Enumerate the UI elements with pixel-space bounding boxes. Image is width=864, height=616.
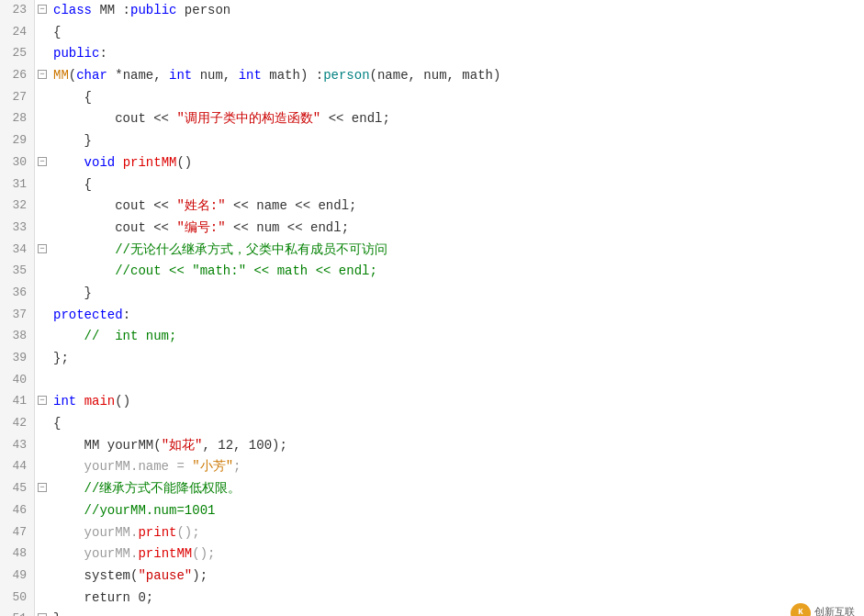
code-token: //yourMM.num=1001 bbox=[53, 503, 215, 518]
table-row: 29 } bbox=[0, 130, 864, 152]
code-line-content: } bbox=[50, 609, 864, 616]
code-token: "小芳" bbox=[192, 459, 233, 474]
line-number: 32 bbox=[0, 196, 35, 218]
code-token: MM : bbox=[92, 3, 130, 17]
watermark-text: 创新互联 bbox=[814, 605, 855, 616]
code-token: (name, num, math) bbox=[370, 68, 501, 83]
code-line-content bbox=[50, 370, 864, 392]
table-row: 27 { bbox=[0, 87, 864, 109]
fold-icon[interactable]: − bbox=[35, 0, 50, 22]
code-token: char bbox=[76, 68, 107, 83]
code-token: public bbox=[53, 46, 99, 61]
code-token: MM yourMM( bbox=[53, 438, 162, 453]
fold-icon[interactable]: − bbox=[35, 391, 50, 413]
fold-icon bbox=[35, 435, 50, 457]
code-token: "如花" bbox=[162, 438, 203, 453]
code-line-content: MM yourMM("如花", 12, 100); bbox=[50, 435, 864, 457]
line-number: 43 bbox=[0, 435, 35, 457]
code-line-content: yourMM.print(); bbox=[50, 522, 864, 544]
code-token: "调用子类中的构造函数" bbox=[176, 111, 320, 126]
code-token: << endl; bbox=[320, 111, 390, 126]
fold-icon bbox=[35, 543, 50, 566]
code-token: person bbox=[176, 3, 230, 17]
fold-icon[interactable]: − bbox=[35, 65, 50, 87]
fold-icon[interactable]: − bbox=[35, 152, 50, 174]
fold-icon bbox=[35, 348, 50, 370]
line-number: 48 bbox=[0, 543, 35, 566]
code-table: 23−class MM :public person24{25public:26… bbox=[0, 0, 864, 616]
code-line-content: int main() bbox=[50, 391, 864, 413]
code-token: class bbox=[53, 3, 92, 17]
table-row: 46 //yourMM.num=1001 bbox=[0, 500, 864, 522]
fold-icon bbox=[35, 196, 50, 218]
code-token: (); bbox=[192, 546, 215, 561]
code-token: public bbox=[130, 3, 176, 17]
fold-icon bbox=[35, 43, 50, 65]
code-token: } bbox=[53, 133, 92, 148]
code-line-content: { bbox=[50, 174, 864, 196]
code-token: (); bbox=[176, 525, 199, 540]
fold-icon[interactable]: − bbox=[35, 240, 50, 262]
code-token: yourMM. bbox=[53, 525, 138, 540]
code-token: printMM bbox=[123, 155, 177, 170]
line-number: 33 bbox=[0, 218, 35, 240]
line-number: 24 bbox=[0, 22, 35, 44]
code-token bbox=[76, 394, 84, 409]
table-row: 24{ bbox=[0, 22, 864, 44]
code-token: ( bbox=[69, 68, 76, 83]
code-token: person bbox=[323, 68, 369, 83]
line-number: 51 bbox=[0, 609, 35, 616]
code-token: "姓名:" bbox=[176, 198, 225, 213]
fold-icon bbox=[35, 174, 50, 196]
fold-icon[interactable]: − bbox=[35, 609, 50, 616]
code-token: void bbox=[84, 155, 116, 170]
code-token: //无论什么继承方式，父类中私有成员不可访问 bbox=[53, 242, 387, 257]
code-line-content: }; bbox=[50, 348, 864, 370]
code-line-content: void printMM() bbox=[50, 152, 864, 174]
code-token: main bbox=[84, 394, 116, 409]
line-number: 50 bbox=[0, 588, 35, 610]
code-token bbox=[53, 155, 84, 170]
code-line-content: } bbox=[50, 283, 864, 305]
code-line-content: yourMM.name = "小芳"; bbox=[50, 456, 864, 478]
code-container: 23−class MM :public person24{25public:26… bbox=[0, 0, 864, 616]
code-token: { bbox=[53, 90, 92, 105]
code-token: //继承方式不能降低权限。 bbox=[53, 481, 241, 496]
code-line-content: class MM :public person bbox=[50, 0, 864, 22]
code-line-content: //cout << "math:" << math << endl; bbox=[50, 261, 864, 283]
line-number: 29 bbox=[0, 130, 35, 152]
fold-icon[interactable]: − bbox=[35, 478, 50, 500]
table-row: 25public: bbox=[0, 43, 864, 65]
code-token: cout << bbox=[53, 198, 176, 213]
code-line-content: //yourMM.num=1001 bbox=[50, 500, 864, 522]
code-token: return 0; bbox=[53, 590, 153, 605]
table-row: 23−class MM :public person bbox=[0, 0, 864, 22]
code-token: ); bbox=[192, 568, 208, 583]
table-row: 28 cout << "调用子类中的构造函数" << endl; bbox=[0, 108, 864, 130]
line-number: 49 bbox=[0, 566, 35, 588]
table-row: 33 cout << "编号:" << num << endl; bbox=[0, 218, 864, 240]
code-line-content: cout << "调用子类中的构造函数" << endl; bbox=[50, 108, 864, 130]
table-row: 48 yourMM.printMM(); bbox=[0, 543, 864, 566]
table-row: 42{ bbox=[0, 413, 864, 435]
code-line-content: { bbox=[50, 413, 864, 435]
code-line-content: public: bbox=[50, 43, 864, 65]
line-number: 37 bbox=[0, 305, 35, 327]
code-line-content: protected: bbox=[50, 305, 864, 327]
line-number: 41 bbox=[0, 391, 35, 413]
watermark-logo: K bbox=[791, 603, 811, 616]
code-token: MM bbox=[53, 68, 69, 83]
code-token: << name << endl; bbox=[226, 198, 357, 213]
line-number: 31 bbox=[0, 174, 35, 196]
code-line-content: system("pause"); bbox=[50, 566, 864, 588]
code-token: () bbox=[176, 155, 192, 170]
code-line-content: { bbox=[50, 87, 864, 109]
code-token: "编号:" bbox=[176, 220, 225, 235]
code-token: //cout << "math:" << math << endl; bbox=[53, 263, 377, 278]
line-number: 36 bbox=[0, 283, 35, 305]
line-number: 25 bbox=[0, 43, 35, 65]
code-token: } bbox=[53, 286, 92, 300]
line-number: 40 bbox=[0, 370, 35, 392]
table-row: 44 yourMM.name = "小芳"; bbox=[0, 456, 864, 478]
table-row: 41−int main() bbox=[0, 391, 864, 413]
